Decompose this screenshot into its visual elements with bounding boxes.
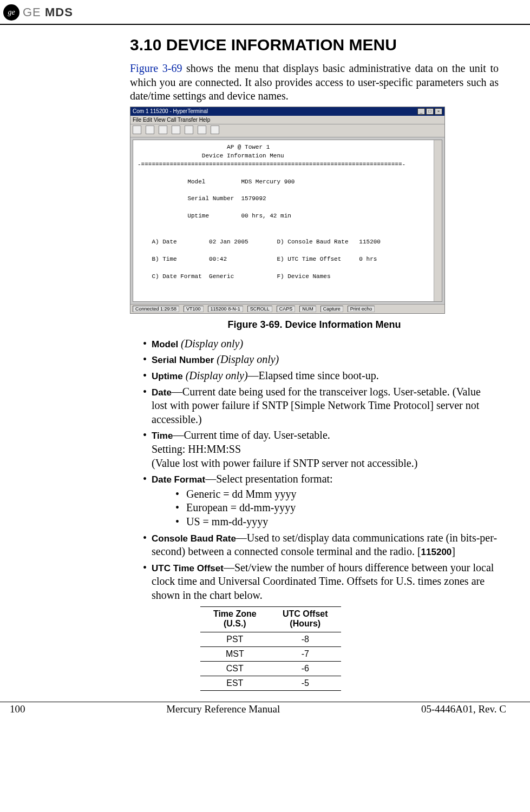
status-echo: Print echo: [348, 306, 375, 312]
table-row: EST-5: [200, 676, 341, 690]
list-item: Date Format—Select presentation format: …: [130, 472, 499, 529]
table-header: Time Zone(U.S.): [200, 607, 270, 632]
list-item: Date—Current date being used for the tra…: [130, 385, 499, 427]
list-item: Console Baud Rate—Used to set/display da…: [130, 531, 499, 559]
terminal-titlebar: Com 1 115200 - HyperTerminal _ □ ×: [130, 107, 444, 116]
param-name: Console Baud Rate: [152, 533, 236, 544]
toolbar-icon: [198, 126, 206, 134]
table-row: PST-8: [200, 632, 341, 646]
param-name: Date Format: [152, 474, 205, 485]
toolbar-icon: [159, 126, 167, 134]
param-name: Time: [152, 431, 173, 441]
param-name: Date: [152, 387, 172, 398]
toolbar-icon: [172, 126, 180, 134]
intro-paragraph: Figure 3-69 shows the menu that displays…: [130, 62, 499, 103]
param-name: UTC Time Offset: [152, 563, 224, 573]
intro-text: shows the menu that displays basic admin…: [130, 62, 499, 102]
footer-rule: [0, 702, 530, 702]
list-item: Model (Display only): [130, 337, 499, 351]
status-settings: 115200 8-N-1: [208, 306, 243, 312]
param-desc: Setting: HH:MM:SS: [152, 443, 241, 455]
page-header: ge GE MDS: [0, 0, 530, 23]
brand-ge: GE: [23, 5, 41, 19]
footer-docid: 05-4446A01, Rev. C: [421, 703, 506, 715]
param-note: (Display only): [181, 338, 243, 349]
page-footer: 100 Mercury Reference Manual 05-4446A01,…: [0, 703, 530, 715]
brand-text: GE MDS: [23, 5, 73, 19]
param-value: 115200: [421, 547, 452, 557]
param-desc: ]: [452, 545, 455, 557]
section-title: 3.10 DEVICE INFORMATION MENU: [130, 36, 499, 54]
param-desc: —Select presentation format:: [205, 473, 332, 485]
figure-caption: Figure 3-69. Device Information Menu: [130, 319, 499, 331]
content-area: 3.10 DEVICE INFORMATION MENU Figure 3-69…: [0, 25, 530, 691]
terminal-title: Com 1 115200 - HyperTerminal: [133, 108, 208, 114]
parameter-list: Model (Display only) Serial Number (Disp…: [130, 337, 499, 603]
table-row: CST-6: [200, 661, 341, 676]
maximize-icon: □: [426, 108, 434, 115]
footer-page-number: 100: [10, 703, 25, 715]
terminal-menubar: File Edit View Call Transfer Help: [130, 116, 444, 124]
list-item: Time—Current time of day. User-setable. …: [130, 428, 499, 470]
toolbar-icon: [185, 126, 193, 134]
terminal-statusbar: Connected 1:29:58 VT100 115200 8-N-1 SCR…: [130, 304, 444, 313]
param-note: (Display only): [217, 353, 279, 365]
scrollbar: [434, 140, 442, 301]
list-item: Uptime (Display only)—Elapsed time since…: [130, 369, 499, 383]
status-capture: Capture: [320, 306, 343, 312]
status-num: NUM: [299, 306, 316, 312]
list-item: Serial Number (Display only): [130, 353, 499, 367]
status-scroll: SCROLL: [247, 306, 272, 312]
sublist-item: European = dd-mm-yyyy: [152, 501, 499, 515]
minimize-icon: _: [417, 108, 425, 115]
param-desc: —Current time of day. User-setable.: [173, 429, 330, 441]
toolbar-icon: [146, 126, 154, 134]
terminal-body: AP @ Tower 1 Device Information Menu -==…: [133, 140, 442, 302]
status-emulation: VT100: [184, 306, 204, 312]
param-name: Uptime: [152, 371, 183, 381]
table-header: UTC Offset(Hours): [270, 607, 341, 632]
brand-mds: MDS: [45, 5, 73, 19]
sublist-item: US = mm-dd-yyyy: [152, 515, 499, 529]
sublist: Generic = dd Mmm yyyy European = dd-mm-y…: [152, 487, 499, 529]
terminal-toolbar: [130, 124, 444, 137]
status-caps: CAPS: [277, 306, 296, 312]
param-desc: —Elapsed time since boot-up.: [248, 369, 379, 381]
terminal-screenshot: Com 1 115200 - HyperTerminal _ □ × File …: [130, 107, 445, 314]
timezone-table: Time Zone(U.S.) UTC Offset(Hours) PST-8 …: [200, 606, 341, 690]
sublist-item: Generic = dd Mmm yyyy: [152, 487, 499, 501]
param-desc: (Value lost with power failure if SNTP s…: [152, 457, 417, 469]
footer-title: Mercury Reference Manual: [166, 703, 280, 715]
close-icon: ×: [435, 108, 442, 115]
toolbar-icon: [133, 126, 141, 134]
param-desc: —Current date being used for the transce…: [152, 386, 481, 425]
ge-logo-icon: ge: [3, 4, 19, 21]
param-note: (Display only): [186, 369, 248, 381]
figure-reference-link[interactable]: Figure 3-69: [130, 62, 182, 74]
status-connected: Connected 1:29:58: [133, 306, 179, 312]
list-item: UTC Time Offset—Set/view the number of h…: [130, 561, 499, 603]
param-name: Model: [152, 339, 178, 349]
table-row: MST-7: [200, 646, 341, 661]
toolbar-icon: [211, 126, 219, 134]
param-name: Serial Number: [152, 355, 214, 365]
